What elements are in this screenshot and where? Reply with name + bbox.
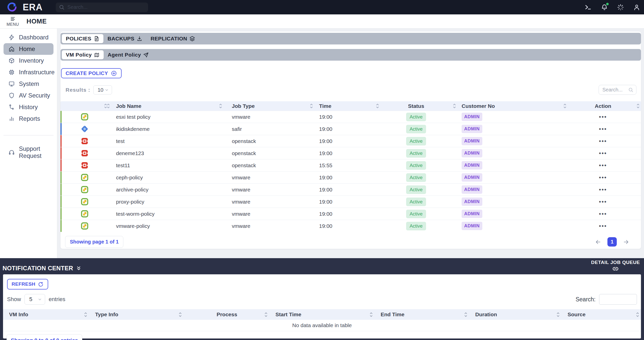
- sort-icon[interactable]: [464, 312, 468, 318]
- notification-center-toggle[interactable]: NOTIFICATION CENTER: [3, 262, 82, 274]
- row-actions-button[interactable]: •••: [599, 211, 607, 217]
- table-row[interactable]: archive-policy vmware 19:00 Active ADMIN…: [61, 183, 641, 196]
- sidebar-item-av-security[interactable]: AV Security: [4, 90, 53, 101]
- table-row[interactable]: esxi test policy vmware 19:00 Active ADM…: [61, 111, 641, 123]
- global-search[interactable]: [56, 3, 148, 12]
- entries-label: entries: [49, 296, 65, 303]
- time-cell: 19:00: [312, 111, 378, 123]
- spinner-icon[interactable]: [617, 4, 624, 11]
- sort-icon[interactable]: [106, 103, 110, 109]
- tab-vm-policy[interactable]: VM Policy: [62, 50, 104, 59]
- sidebar-item-label: Infrastructure: [19, 69, 54, 76]
- column-header-type-info[interactable]: Type Info: [89, 309, 184, 320]
- table-row[interactable]: vmware-policy vmware 19:00 Active ADMIN …: [61, 220, 641, 232]
- safir-icon: [81, 125, 89, 133]
- last-page-button[interactable]: »: [631, 337, 633, 340]
- sort-icon[interactable]: [556, 312, 560, 318]
- sidebar-item-infrastructure[interactable]: Infrastructure: [4, 66, 53, 78]
- customer-cell: ADMIN: [455, 184, 565, 196]
- row-actions-button[interactable]: •••: [599, 114, 607, 120]
- tab-policies[interactable]: POLICIES: [62, 34, 103, 43]
- notifications-button[interactable]: [601, 4, 608, 11]
- row-type-stripe: [61, 147, 62, 159]
- tab-replication[interactable]: REPLICATION: [147, 34, 199, 43]
- table-row[interactable]: deneme123 openstack 19:00 Active ADMIN •…: [61, 147, 641, 159]
- table-search-input[interactable]: [602, 87, 628, 93]
- sidebar-item-home[interactable]: Home: [4, 43, 53, 55]
- column-header-time[interactable]: Time: [312, 101, 378, 111]
- openstack-icon: [81, 149, 89, 157]
- customer-badge: ADMIN: [462, 149, 482, 157]
- job-name-cell: test-worm-policy: [108, 208, 221, 220]
- table-row[interactable]: proxy-policy vmware 19:00 Active ADMIN •…: [61, 196, 641, 208]
- row-actions-button[interactable]: •••: [599, 126, 607, 132]
- results-per-page-select[interactable]: 10: [93, 85, 112, 94]
- column-header-start-time[interactable]: Start Time: [269, 309, 375, 320]
- column-header-source[interactable]: Source: [562, 309, 641, 320]
- sort-icon[interactable]: [84, 312, 88, 318]
- global-search-input[interactable]: [67, 4, 141, 10]
- table-row[interactable]: test-worm-policy vmware 19:00 Active ADM…: [61, 208, 641, 220]
- column-header-duration[interactable]: Duration: [469, 309, 562, 320]
- sort-icon[interactable]: [636, 312, 639, 318]
- sort-icon[interactable]: [563, 103, 567, 109]
- app-logo-icon[interactable]: [7, 2, 17, 12]
- page-number-button[interactable]: 1: [607, 237, 617, 247]
- table-row[interactable]: test openstack 19:00 Active ADMIN •••: [61, 135, 641, 147]
- column-header-status[interactable]: Status: [378, 101, 455, 111]
- sort-icon[interactable]: [453, 103, 456, 109]
- row-actions-button[interactable]: •••: [599, 199, 607, 205]
- entries-per-page-select[interactable]: 5: [24, 294, 45, 305]
- tab-agent-policy[interactable]: Agent Policy: [104, 50, 153, 59]
- row-actions-button[interactable]: •••: [599, 138, 607, 144]
- column-header-job-type[interactable]: Job Type: [221, 101, 312, 111]
- row-actions-button[interactable]: •••: [599, 174, 607, 181]
- sort-icon[interactable]: [178, 312, 182, 318]
- column-header-end-time[interactable]: End Time: [375, 309, 469, 320]
- table-row[interactable]: test11 openstack 15:55 Active ADMIN •••: [61, 159, 641, 171]
- sort-icon[interactable]: [369, 312, 373, 318]
- column-header-job-name[interactable]: Job Name: [108, 101, 221, 111]
- column-header-process[interactable]: Process: [184, 309, 269, 320]
- user-icon[interactable]: [633, 4, 640, 11]
- row-actions-button[interactable]: •••: [599, 223, 607, 229]
- sidebar-item-history[interactable]: History: [4, 101, 53, 113]
- sidebar-item-dashboard[interactable]: Dashboard: [4, 32, 53, 43]
- queue-search-input[interactable]: [599, 294, 637, 305]
- customer-badge: ADMIN: [462, 161, 482, 169]
- sidebar-item-reports[interactable]: Reports: [4, 113, 53, 125]
- sidebar-item-system[interactable]: System: [4, 78, 53, 90]
- refresh-button[interactable]: REFRESH: [7, 279, 48, 289]
- column-header-vm-info[interactable]: VM Info: [3, 309, 89, 320]
- sort-icon[interactable]: [219, 103, 222, 109]
- tab-backups[interactable]: BACKUPS: [103, 34, 147, 43]
- create-policy-button[interactable]: CREATE POLICY: [61, 68, 122, 78]
- sort-icon[interactable]: [310, 103, 313, 109]
- menu-toggle-button[interactable]: MENU: [7, 16, 19, 27]
- column-header-icon[interactable]: [61, 101, 108, 111]
- next-page-icon[interactable]: [623, 239, 629, 245]
- row-actions-button[interactable]: •••: [599, 162, 607, 169]
- column-header-action[interactable]: Action: [565, 101, 641, 111]
- showing-page-button[interactable]: Showing page 1 of 1: [65, 236, 123, 248]
- status-cell: Active: [378, 159, 455, 171]
- column-header-customer-no[interactable]: Customer No: [455, 101, 565, 111]
- table-row[interactable]: ikidiskdeneme safir 19:00 Active ADMIN •…: [61, 123, 641, 135]
- terminal-icon[interactable]: [584, 4, 592, 11]
- table-search[interactable]: [599, 85, 636, 95]
- detail-job-queue-link[interactable]: DETAIL JOB QUEUE: [591, 260, 640, 274]
- row-actions-button[interactable]: •••: [599, 150, 607, 157]
- sort-icon[interactable]: [264, 312, 268, 318]
- sidebar-item-support-request[interactable]: Support Request: [4, 147, 53, 158]
- first-page-button[interactable]: «: [617, 337, 620, 340]
- sort-icon[interactable]: [376, 103, 379, 109]
- showing-entries-button[interactable]: Showing 0 to 0 of 0 entries: [7, 334, 82, 340]
- table-row[interactable]: ceph-policy vmware 19:00 Active ADMIN ••…: [61, 171, 641, 183]
- customer-cell: ADMIN: [455, 196, 565, 208]
- sidebar-item-inventory[interactable]: Inventory: [4, 55, 53, 66]
- row-actions-button[interactable]: •••: [599, 186, 607, 193]
- tab-label: REPLICATION: [151, 36, 187, 42]
- prev-page-icon[interactable]: [595, 239, 601, 245]
- home-icon: [8, 46, 15, 52]
- sort-icon[interactable]: [636, 103, 640, 109]
